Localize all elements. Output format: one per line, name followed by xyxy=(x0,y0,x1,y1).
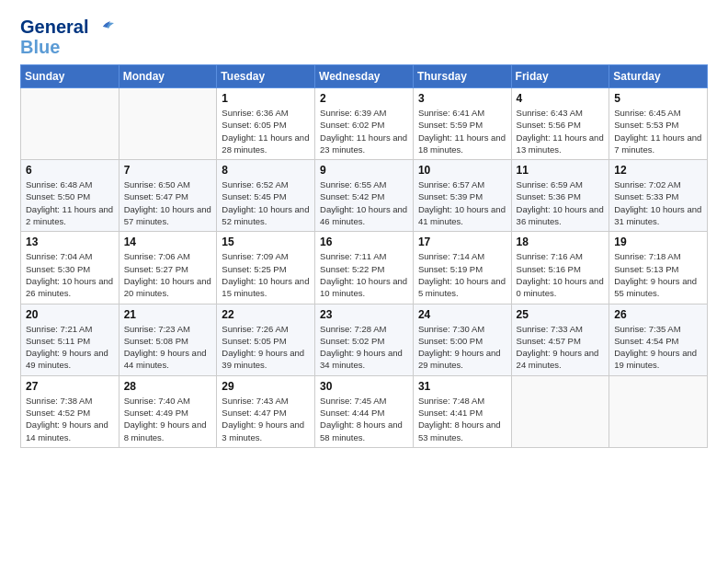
calendar-cell: 2Sunrise: 6:39 AM Sunset: 6:02 PM Daylig… xyxy=(315,88,414,160)
logo-text: GeneralBlue xyxy=(20,17,88,57)
calendar-cell: 24Sunrise: 7:30 AM Sunset: 5:00 PM Dayli… xyxy=(413,304,511,375)
day-number: 25 xyxy=(517,308,605,321)
day-number: 30 xyxy=(320,380,408,393)
day-number: 15 xyxy=(222,236,310,248)
day-info: Sunrise: 7:23 AM Sunset: 5:08 PM Dayligh… xyxy=(124,323,212,372)
day-number: 23 xyxy=(320,308,408,321)
calendar-cell: 11Sunrise: 6:59 AM Sunset: 5:36 PM Dayli… xyxy=(511,160,609,232)
week-row-2: 13Sunrise: 7:04 AM Sunset: 5:30 PM Dayli… xyxy=(21,232,708,304)
day-info: Sunrise: 7:06 AM Sunset: 5:27 PM Dayligh… xyxy=(124,250,212,299)
week-row-3: 20Sunrise: 7:21 AM Sunset: 5:11 PM Dayli… xyxy=(21,304,708,375)
day-number: 9 xyxy=(320,164,408,177)
calendar-cell: 17Sunrise: 7:14 AM Sunset: 5:19 PM Dayli… xyxy=(413,232,511,304)
calendar-cell: 8Sunrise: 6:52 AM Sunset: 5:45 PM Daylig… xyxy=(217,160,315,232)
day-info: Sunrise: 7:14 AM Sunset: 5:19 PM Dayligh… xyxy=(418,250,506,299)
calendar-cell: 27Sunrise: 7:38 AM Sunset: 4:52 PM Dayli… xyxy=(21,375,119,447)
calendar-cell xyxy=(119,88,217,160)
calendar-cell: 9Sunrise: 6:55 AM Sunset: 5:42 PM Daylig… xyxy=(315,160,414,232)
calendar-cell: 14Sunrise: 7:06 AM Sunset: 5:27 PM Dayli… xyxy=(119,232,217,304)
weekday-header-monday: Monday xyxy=(119,65,217,88)
calendar-cell: 26Sunrise: 7:35 AM Sunset: 4:54 PM Dayli… xyxy=(609,304,708,375)
calendar-cell: 13Sunrise: 7:04 AM Sunset: 5:30 PM Dayli… xyxy=(21,232,119,304)
calendar-table: SundayMondayTuesdayWednesdayThursdayFrid… xyxy=(20,64,708,448)
calendar-cell: 3Sunrise: 6:41 AM Sunset: 5:59 PM Daylig… xyxy=(413,88,511,160)
day-number: 22 xyxy=(222,308,310,321)
day-info: Sunrise: 7:16 AM Sunset: 5:16 PM Dayligh… xyxy=(517,250,605,299)
day-number: 2 xyxy=(320,92,408,105)
calendar-cell: 15Sunrise: 7:09 AM Sunset: 5:25 PM Dayli… xyxy=(217,232,315,304)
day-info: Sunrise: 7:09 AM Sunset: 5:25 PM Dayligh… xyxy=(222,250,310,299)
day-number: 27 xyxy=(26,380,114,393)
day-number: 21 xyxy=(124,308,212,321)
day-number: 12 xyxy=(614,164,702,177)
day-number: 18 xyxy=(517,236,605,248)
day-info: Sunrise: 6:39 AM Sunset: 6:02 PM Dayligh… xyxy=(320,107,408,155)
calendar-cell: 16Sunrise: 7:11 AM Sunset: 5:22 PM Dayli… xyxy=(315,232,414,304)
day-number: 16 xyxy=(320,236,408,248)
day-info: Sunrise: 6:55 AM Sunset: 5:42 PM Dayligh… xyxy=(320,178,408,227)
day-number: 26 xyxy=(614,308,702,321)
day-number: 31 xyxy=(418,380,506,393)
calendar-cell: 22Sunrise: 7:26 AM Sunset: 5:05 PM Dayli… xyxy=(217,304,315,375)
day-number: 13 xyxy=(26,236,114,248)
weekday-header-sunday: Sunday xyxy=(21,65,119,88)
calendar-cell: 28Sunrise: 7:40 AM Sunset: 4:49 PM Dayli… xyxy=(119,375,217,447)
day-info: Sunrise: 6:45 AM Sunset: 5:53 PM Dayligh… xyxy=(614,107,702,155)
calendar-cell: 25Sunrise: 7:33 AM Sunset: 4:57 PM Dayli… xyxy=(511,304,609,375)
day-info: Sunrise: 6:43 AM Sunset: 5:56 PM Dayligh… xyxy=(517,107,605,155)
day-number: 11 xyxy=(517,164,605,177)
calendar-cell xyxy=(609,375,708,447)
day-number: 3 xyxy=(418,92,506,105)
calendar-cell: 20Sunrise: 7:21 AM Sunset: 5:11 PM Dayli… xyxy=(21,304,119,375)
calendar-cell: 12Sunrise: 7:02 AM Sunset: 5:33 PM Dayli… xyxy=(609,160,708,232)
day-info: Sunrise: 7:40 AM Sunset: 4:49 PM Dayligh… xyxy=(124,395,212,443)
day-number: 1 xyxy=(222,92,310,105)
weekday-header-saturday: Saturday xyxy=(609,65,708,88)
day-number: 19 xyxy=(614,236,702,248)
week-row-0: 1Sunrise: 6:36 AM Sunset: 6:05 PM Daylig… xyxy=(21,88,708,160)
calendar-cell: 21Sunrise: 7:23 AM Sunset: 5:08 PM Dayli… xyxy=(119,304,217,375)
day-number: 8 xyxy=(222,164,310,177)
calendar-cell: 5Sunrise: 6:45 AM Sunset: 5:53 PM Daylig… xyxy=(609,88,708,160)
day-info: Sunrise: 7:18 AM Sunset: 5:13 PM Dayligh… xyxy=(614,250,702,299)
day-number: 5 xyxy=(614,92,702,105)
day-info: Sunrise: 7:21 AM Sunset: 5:11 PM Dayligh… xyxy=(26,323,114,372)
logo-blue: Blue xyxy=(20,37,60,57)
calendar-cell: 6Sunrise: 6:48 AM Sunset: 5:50 PM Daylig… xyxy=(21,160,119,232)
day-number: 29 xyxy=(222,380,310,393)
weekday-header-tuesday: Tuesday xyxy=(217,65,315,88)
day-info: Sunrise: 6:50 AM Sunset: 5:47 PM Dayligh… xyxy=(124,178,212,227)
day-info: Sunrise: 7:02 AM Sunset: 5:33 PM Dayligh… xyxy=(614,178,702,227)
weekday-header-row: SundayMondayTuesdayWednesdayThursdayFrid… xyxy=(21,65,708,88)
calendar-cell: 1Sunrise: 6:36 AM Sunset: 6:05 PM Daylig… xyxy=(217,88,315,160)
day-info: Sunrise: 7:38 AM Sunset: 4:52 PM Dayligh… xyxy=(26,395,114,443)
calendar-cell: 29Sunrise: 7:43 AM Sunset: 4:47 PM Dayli… xyxy=(217,375,315,447)
calendar-cell: 4Sunrise: 6:43 AM Sunset: 5:56 PM Daylig… xyxy=(511,88,609,160)
logo-bird-icon xyxy=(90,19,116,38)
day-number: 28 xyxy=(124,380,212,393)
day-info: Sunrise: 7:26 AM Sunset: 5:05 PM Dayligh… xyxy=(222,323,310,372)
day-number: 17 xyxy=(418,236,506,248)
day-info: Sunrise: 6:57 AM Sunset: 5:39 PM Dayligh… xyxy=(418,178,506,227)
day-number: 14 xyxy=(124,236,212,248)
calendar-cell: 18Sunrise: 7:16 AM Sunset: 5:16 PM Dayli… xyxy=(511,232,609,304)
day-info: Sunrise: 6:48 AM Sunset: 5:50 PM Dayligh… xyxy=(26,178,114,227)
day-number: 24 xyxy=(418,308,506,321)
day-number: 4 xyxy=(517,92,605,105)
day-info: Sunrise: 7:28 AM Sunset: 5:02 PM Dayligh… xyxy=(320,323,408,372)
day-info: Sunrise: 6:41 AM Sunset: 5:59 PM Dayligh… xyxy=(418,107,506,155)
weekday-header-thursday: Thursday xyxy=(413,65,511,88)
calendar-cell xyxy=(511,375,609,447)
page: GeneralBlue SundayMondayTuesdayWednesday… xyxy=(0,0,728,563)
calendar-cell: 23Sunrise: 7:28 AM Sunset: 5:02 PM Dayli… xyxy=(315,304,414,375)
day-number: 10 xyxy=(418,164,506,177)
calendar-cell: 19Sunrise: 7:18 AM Sunset: 5:13 PM Dayli… xyxy=(609,232,708,304)
day-info: Sunrise: 7:43 AM Sunset: 4:47 PM Dayligh… xyxy=(222,395,310,443)
header: GeneralBlue xyxy=(20,17,708,57)
day-info: Sunrise: 7:35 AM Sunset: 4:54 PM Dayligh… xyxy=(614,323,702,372)
weekday-header-wednesday: Wednesday xyxy=(315,65,414,88)
calendar-cell: 31Sunrise: 7:48 AM Sunset: 4:41 PM Dayli… xyxy=(413,375,511,447)
day-info: Sunrise: 7:48 AM Sunset: 4:41 PM Dayligh… xyxy=(418,395,506,443)
day-info: Sunrise: 7:11 AM Sunset: 5:22 PM Dayligh… xyxy=(320,250,408,299)
day-number: 7 xyxy=(124,164,212,177)
